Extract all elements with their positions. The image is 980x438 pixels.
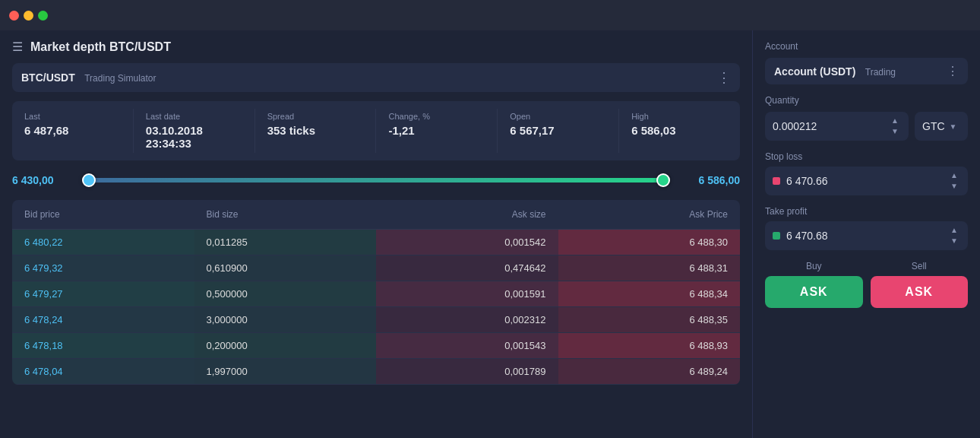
bid-price-cell: 6 479,32 bbox=[12, 256, 194, 281]
range-thumb-right[interactable] bbox=[656, 173, 670, 187]
quantity-stepper[interactable]: ▲ ▼ bbox=[889, 116, 901, 136]
range-thumb-left[interactable] bbox=[82, 173, 96, 187]
gtc-select[interactable]: GTC ▼ bbox=[915, 112, 968, 141]
table-row[interactable]: 6 478,18 0,200000 0,001543 6 488,93 bbox=[12, 333, 740, 359]
account-name: Account (USDT) bbox=[774, 65, 855, 78]
maximize-button[interactable] bbox=[38, 11, 48, 21]
ask-price-cell: 6 488,34 bbox=[558, 281, 741, 306]
quantity-value: 0.000212 bbox=[773, 120, 817, 132]
table-row[interactable]: 6 479,27 0,500000 0,001591 6 488,34 bbox=[12, 281, 740, 307]
stop-loss-group: Stop loss 6 470.66 ▲ ▼ bbox=[765, 151, 968, 195]
stat-change-label: Change, % bbox=[388, 112, 485, 121]
stats-bar: Last 6 487,68 Last date 03.10.2018 23:34… bbox=[12, 101, 740, 160]
traffic-lights bbox=[9, 11, 48, 21]
buy-button[interactable]: ASK bbox=[765, 276, 863, 308]
quantity-up-button[interactable]: ▲ bbox=[889, 116, 901, 125]
account-section-label: Account bbox=[765, 41, 968, 52]
ask-price-cell: 6 488,31 bbox=[558, 256, 741, 281]
stop-loss-value: 6 470.66 bbox=[786, 175, 942, 187]
close-button[interactable] bbox=[9, 11, 19, 21]
stat-last-value: 6 487,68 bbox=[24, 124, 121, 137]
stat-spread-value: 353 ticks bbox=[267, 124, 364, 137]
stop-loss-label: Stop loss bbox=[765, 151, 968, 162]
ask-price-cell: 6 488,93 bbox=[558, 333, 741, 358]
take-profit-down-button[interactable]: ▼ bbox=[948, 236, 960, 246]
symbol-bar: BTC/USDT Trading Simulator ⋮ bbox=[12, 63, 740, 92]
ask-size-cell: 0,001591 bbox=[376, 281, 558, 306]
buy-section: Buy ASK bbox=[765, 261, 863, 308]
take-profit-group: Take profit 6 470.68 ▲ ▼ bbox=[765, 206, 968, 250]
stat-last-label: Last bbox=[24, 112, 121, 121]
page-title: Market depth BTC/USDT bbox=[30, 40, 171, 54]
main-layout: ☰ Market depth BTC/USDT BTC/USDT Trading… bbox=[0, 30, 980, 438]
stat-high: High 6 586,03 bbox=[619, 109, 740, 153]
stop-loss-field[interactable]: 6 470.66 ▲ ▼ bbox=[765, 167, 968, 195]
range-track[interactable] bbox=[82, 178, 670, 182]
col-bid-size: Bid size bbox=[194, 206, 377, 223]
ask-size-cell: 0,474642 bbox=[376, 256, 558, 281]
bid-price-cell: 6 478,18 bbox=[12, 333, 194, 358]
symbol-info: BTC/USDT Trading Simulator bbox=[21, 71, 156, 84]
bid-size-cell: 3,000000 bbox=[194, 307, 377, 332]
ask-size-cell: 0,002312 bbox=[376, 307, 558, 332]
stop-loss-down-button[interactable]: ▼ bbox=[948, 182, 960, 191]
stat-high-value: 6 586,03 bbox=[631, 124, 728, 137]
gtc-value: GTC bbox=[922, 120, 945, 132]
col-ask-price: Ask Price bbox=[558, 206, 741, 223]
take-profit-value: 6 470.68 bbox=[786, 230, 942, 242]
table-row[interactable]: 6 478,24 3,000000 0,002312 6 488,35 bbox=[12, 307, 740, 333]
account-menu-icon[interactable]: ⋮ bbox=[947, 64, 959, 78]
take-profit-up-button[interactable]: ▲ bbox=[948, 226, 960, 235]
bid-size-cell: 1,997000 bbox=[194, 359, 377, 384]
bid-price-cell: 6 479,27 bbox=[12, 281, 194, 306]
stat-spread: Spread 353 ticks bbox=[255, 109, 377, 153]
stat-open-value: 6 567,17 bbox=[510, 124, 606, 137]
account-type: Trading bbox=[865, 67, 896, 78]
table-row[interactable]: 6 479,32 0,610900 0,474642 6 488,31 bbox=[12, 256, 740, 281]
take-profit-label: Take profit bbox=[765, 206, 968, 217]
quantity-down-button[interactable]: ▼ bbox=[889, 127, 901, 136]
stat-last: Last 6 487,68 bbox=[12, 109, 134, 153]
stop-loss-up-button[interactable]: ▲ bbox=[948, 171, 960, 180]
account-info: Account (USDT) Trading bbox=[774, 65, 896, 78]
range-min-value: 6 430,00 bbox=[12, 174, 73, 186]
stat-open-label: Open bbox=[510, 112, 606, 121]
take-profit-stepper[interactable]: ▲ ▼ bbox=[948, 226, 960, 246]
order-book-header: Bid price Bid size Ask size Ask Price bbox=[12, 200, 740, 230]
ask-price-cell: 6 489,24 bbox=[558, 359, 741, 384]
sell-section: Sell ASK bbox=[871, 261, 969, 308]
stop-loss-indicator bbox=[773, 177, 780, 185]
table-row[interactable]: 6 480,22 0,011285 0,001542 6 488,30 bbox=[12, 230, 740, 256]
bid-size-cell: 0,011285 bbox=[194, 230, 377, 255]
ask-price-cell: 6 488,35 bbox=[558, 307, 741, 332]
bid-size-cell: 0,500000 bbox=[194, 281, 377, 306]
stat-spread-label: Spread bbox=[267, 112, 364, 121]
minimize-button[interactable] bbox=[24, 11, 33, 21]
col-ask-size: Ask size bbox=[376, 206, 558, 223]
page-header: ☰ Market depth BTC/USDT bbox=[12, 40, 740, 54]
stat-change: Change, % -1,21 bbox=[376, 109, 498, 153]
bid-price-cell: 6 478,04 bbox=[12, 359, 194, 384]
order-book: Bid price Bid size Ask size Ask Price 6 … bbox=[12, 200, 740, 385]
symbol-name: BTC/USDT bbox=[21, 71, 75, 84]
bid-price-cell: 6 480,22 bbox=[12, 230, 194, 255]
stop-loss-stepper[interactable]: ▲ ▼ bbox=[948, 171, 960, 191]
stat-last-date-label: Last date bbox=[146, 112, 242, 121]
symbol-menu-icon[interactable]: ⋮ bbox=[717, 69, 731, 86]
sell-button[interactable]: ASK bbox=[871, 276, 969, 308]
symbol-label: Trading Simulator bbox=[84, 73, 156, 84]
qty-row: 0.000212 ▲ ▼ GTC ▼ bbox=[765, 112, 968, 141]
sell-label: Sell bbox=[871, 261, 969, 271]
stat-last-date: Last date 03.10.2018 23:34:33 bbox=[134, 109, 255, 153]
order-book-rows: 6 480,22 0,011285 0,001542 6 488,30 6 47… bbox=[12, 230, 740, 385]
take-profit-field[interactable]: 6 470.68 ▲ ▼ bbox=[765, 221, 968, 250]
table-row[interactable]: 6 478,04 1,997000 0,001789 6 489,24 bbox=[12, 359, 740, 385]
menu-icon[interactable]: ☰ bbox=[12, 40, 23, 54]
right-panel: Account Account (USDT) Trading ⋮ Quantit… bbox=[752, 30, 980, 438]
quantity-input[interactable]: 0.000212 ▲ ▼ bbox=[765, 112, 909, 141]
bid-size-cell: 0,200000 bbox=[194, 333, 377, 358]
bid-size-cell: 0,610900 bbox=[194, 256, 377, 281]
stat-last-date-value: 03.10.2018 23:34:33 bbox=[146, 124, 242, 150]
ask-price-cell: 6 488,30 bbox=[558, 230, 741, 255]
ask-size-cell: 0,001789 bbox=[376, 359, 558, 384]
